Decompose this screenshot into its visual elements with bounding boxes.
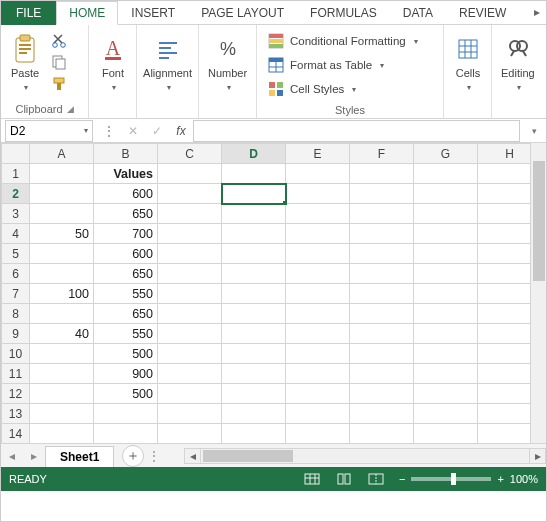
hscroll-left-icon[interactable]: ◂ [185,449,201,463]
cell[interactable] [414,364,478,384]
cell[interactable] [158,304,222,324]
alignment-button[interactable]: Alignment▾ [141,28,194,97]
cell[interactable] [222,164,286,184]
cell[interactable] [30,404,94,424]
cell[interactable] [158,224,222,244]
number-button[interactable]: % Number▾ [203,28,252,97]
cell[interactable] [286,164,350,184]
cell[interactable] [286,404,350,424]
cell[interactable]: 650 [94,304,158,324]
row-header[interactable]: 4 [2,224,30,244]
row-header[interactable]: 14 [2,424,30,444]
cell[interactable]: 700 [94,224,158,244]
cell[interactable]: 500 [94,344,158,364]
cell[interactable] [414,384,478,404]
cell[interactable]: 550 [94,284,158,304]
row-header[interactable]: 12 [2,384,30,404]
select-all-corner[interactable] [2,144,30,164]
cell[interactable] [158,204,222,224]
cell[interactable] [350,404,414,424]
cell[interactable] [350,224,414,244]
cell[interactable]: 50 [30,224,94,244]
cell[interactable] [158,424,222,444]
cell[interactable] [222,204,286,224]
scrollbar-thumb[interactable] [203,450,293,462]
cell[interactable] [158,264,222,284]
cell[interactable] [350,284,414,304]
cell[interactable] [286,344,350,364]
row-header[interactable]: 8 [2,304,30,324]
cell[interactable] [158,364,222,384]
cell[interactable] [222,324,286,344]
cell[interactable] [30,304,94,324]
row-header[interactable]: 10 [2,344,30,364]
cell[interactable] [414,424,478,444]
cell[interactable] [222,424,286,444]
cell[interactable] [30,244,94,264]
zoom-out-button[interactable]: − [399,473,405,485]
column-header[interactable]: E [286,144,350,164]
scrollbar-thumb[interactable] [533,161,545,281]
cell[interactable] [158,164,222,184]
font-button[interactable]: A Font▾ [93,28,133,97]
cell[interactable] [414,284,478,304]
column-header[interactable]: D [222,144,286,164]
cell[interactable] [222,304,286,324]
cell[interactable] [94,424,158,444]
tab-data[interactable]: DATA [390,1,446,25]
column-header[interactable]: C [158,144,222,164]
cell[interactable]: 500 [94,384,158,404]
sheet-tab-sheet1[interactable]: Sheet1 [45,446,114,467]
cells-button[interactable]: Cells▾ [448,28,488,97]
cell[interactable] [158,324,222,344]
cell[interactable] [158,384,222,404]
cell[interactable] [286,304,350,324]
column-header[interactable]: G [414,144,478,164]
cell[interactable]: 900 [94,364,158,384]
cell[interactable] [222,284,286,304]
zoom-slider[interactable] [411,477,491,481]
tab-formulas[interactable]: FORMULAS [297,1,390,25]
cell[interactable] [414,344,478,364]
editing-button[interactable]: Editing▾ [496,28,540,97]
cut-button[interactable] [49,30,69,50]
cell[interactable] [222,404,286,424]
format-painter-button[interactable] [49,74,69,94]
cell[interactable] [222,264,286,284]
row-header[interactable]: 2 [2,184,30,204]
column-header[interactable]: F [350,144,414,164]
cell[interactable] [350,324,414,344]
copy-button[interactable] [49,52,69,72]
cell[interactable] [350,424,414,444]
cell[interactable] [222,384,286,404]
cell[interactable] [286,364,350,384]
cell[interactable] [30,204,94,224]
cell[interactable] [158,404,222,424]
cell[interactable] [350,184,414,204]
cell[interactable] [286,224,350,244]
cell[interactable]: 600 [94,184,158,204]
cell[interactable] [158,184,222,204]
cell[interactable] [158,284,222,304]
tab-file[interactable]: FILE [1,1,56,25]
row-header[interactable]: 7 [2,284,30,304]
cell[interactable] [30,424,94,444]
column-header[interactable]: A [30,144,94,164]
cell[interactable] [414,324,478,344]
cell[interactable] [286,324,350,344]
cell[interactable] [286,384,350,404]
cell[interactable] [350,204,414,224]
cell[interactable] [286,204,350,224]
cell[interactable] [414,204,478,224]
cell[interactable] [414,244,478,264]
cell[interactable] [286,244,350,264]
zoom-slider-thumb[interactable] [451,473,456,485]
cell[interactable] [350,384,414,404]
row-header[interactable]: 6 [2,264,30,284]
cell[interactable] [222,184,286,204]
row-header[interactable]: 11 [2,364,30,384]
page-break-view-button[interactable] [367,472,385,486]
cell[interactable] [286,184,350,204]
cell[interactable] [350,264,414,284]
cell[interactable]: 100 [30,284,94,304]
